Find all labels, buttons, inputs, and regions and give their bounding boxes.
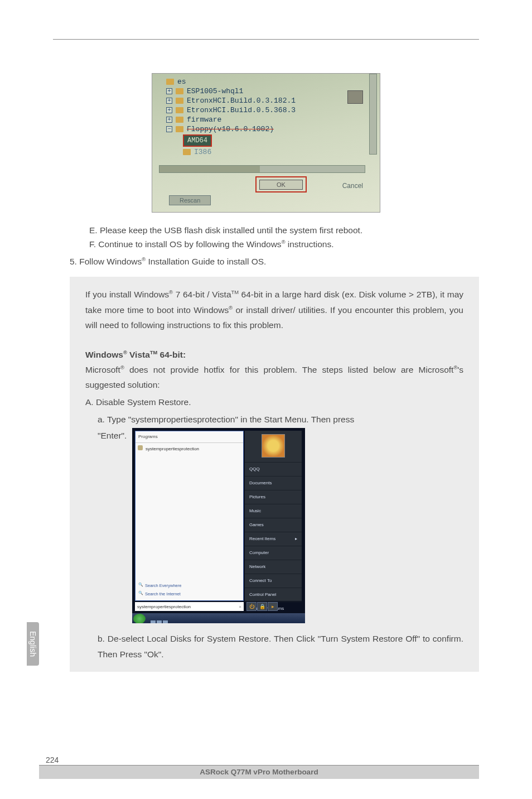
step-b-sub: b. De-select Local Disks for System Rest… bbox=[98, 631, 463, 661]
menu-item[interactable]: Pictures bbox=[245, 490, 302, 504]
shutdown-options-button[interactable]: ▸ bbox=[268, 602, 278, 611]
menu-item[interactable]: Games bbox=[245, 518, 302, 532]
page-footer: 224 ASRock Q77M vPro Motherboard bbox=[39, 755, 479, 779]
menu-item[interactable]: Network bbox=[245, 560, 302, 574]
note-paragraph-1: If you install Windows® 7 64-bit / Vista… bbox=[85, 287, 463, 332]
step-5: 5. Follow Windows® Installation Guide to… bbox=[70, 254, 479, 269]
menu-item[interactable]: QQQ bbox=[245, 462, 302, 476]
cancel-button[interactable]: Cancel bbox=[342, 182, 363, 190]
menu-item[interactable]: Connect To bbox=[245, 574, 302, 588]
folder-icon bbox=[183, 149, 191, 155]
search-internet-link[interactable]: Search the Internet bbox=[138, 590, 181, 598]
menu-item[interactable]: Documents bbox=[245, 476, 302, 490]
ok-highlight: OK bbox=[255, 176, 307, 192]
expand-icon[interactable]: + bbox=[166, 98, 172, 104]
tree-item: ESP1005-whql1 bbox=[187, 87, 243, 95]
folder-icon bbox=[176, 117, 183, 123]
tree-item: firmware bbox=[187, 115, 221, 124]
folder-icon bbox=[176, 88, 183, 94]
start-button[interactable] bbox=[133, 614, 146, 623]
tree-item: I386 bbox=[194, 148, 211, 156]
start-menu-left-pane: Programs systempropertiesprotection Sear… bbox=[135, 431, 244, 601]
tree-item: Floppy(v10.6.0.1002) bbox=[187, 125, 274, 133]
figure-start-menu: Programs systempropertiesprotection Sear… bbox=[132, 428, 305, 623]
folder-icon bbox=[176, 126, 183, 132]
expand-icon[interactable]: + bbox=[166, 88, 172, 94]
selected-folder[interactable]: AMD64 bbox=[183, 134, 212, 147]
horizontal-scrollbar[interactable] bbox=[159, 165, 365, 173]
expand-icon[interactable]: + bbox=[166, 117, 172, 123]
rescan-button[interactable]: Rescan bbox=[169, 195, 211, 205]
note-box: If you install Windows® 7 64-bit / Vista… bbox=[70, 277, 479, 671]
folder-icon bbox=[176, 107, 183, 113]
search-everywhere-link[interactable]: Search Everywhere bbox=[138, 581, 181, 590]
folder-icon bbox=[176, 98, 183, 104]
figure-folder-tree: es +ESP1005-whql1 +EtronxHCI.Build.0.3.1… bbox=[152, 73, 380, 213]
menu-item[interactable]: Computer bbox=[245, 546, 302, 560]
tree-item: EtronxHCI.Build.0.3.182.1 bbox=[187, 97, 296, 105]
folder-icon bbox=[166, 79, 174, 85]
start-menu-right-pane: QQQ Documents Pictures Music Games Recen… bbox=[245, 431, 302, 601]
clear-icon[interactable]: × bbox=[239, 603, 241, 610]
collapse-icon[interactable]: − bbox=[166, 126, 172, 132]
top-rule bbox=[53, 39, 479, 40]
power-button[interactable]: ⏻ bbox=[246, 602, 257, 611]
ok-button[interactable]: OK bbox=[259, 180, 303, 190]
enter-label: "Enter". bbox=[98, 428, 130, 443]
step-f: F. Continue to install OS by following t… bbox=[89, 238, 479, 252]
step-A: A. Disable System Restore. bbox=[85, 394, 463, 410]
quick-launch[interactable] bbox=[150, 615, 172, 622]
language-tab: English bbox=[27, 622, 39, 666]
lock-button[interactable]: 🔒 bbox=[257, 602, 267, 611]
expand-icon[interactable]: + bbox=[166, 107, 172, 113]
menu-item[interactable]: Recent Items▸ bbox=[245, 532, 302, 546]
program-result[interactable]: systempropertiesprotection bbox=[136, 443, 243, 455]
page-number: 224 bbox=[46, 755, 479, 764]
menu-item[interactable]: Control Panel bbox=[245, 588, 302, 601]
footer-product-label: ASRock Q77M vPro Motherboard bbox=[39, 766, 479, 779]
user-avatar[interactable] bbox=[262, 434, 285, 458]
step-a-sub: a. Type "systempropertiesprotection" in … bbox=[98, 412, 463, 427]
start-search-input[interactable]: systempropertiesprotection× bbox=[135, 602, 244, 611]
note-microsoft-line: Microsoft® does not provide hotfix for t… bbox=[85, 362, 463, 392]
menu-item[interactable]: Music bbox=[245, 504, 302, 518]
programs-header: Programs bbox=[136, 431, 243, 443]
tree-item: es bbox=[177, 78, 186, 86]
step-e: E. Please keep the USB flash disk instal… bbox=[89, 224, 479, 238]
note-subheading: Windows® VistaTM 64-bit: bbox=[85, 347, 463, 362]
taskbar bbox=[132, 613, 305, 623]
vertical-scrollbar[interactable] bbox=[369, 74, 377, 155]
tree-item: EtronxHCI.Build.0.5.368.3 bbox=[187, 106, 296, 114]
